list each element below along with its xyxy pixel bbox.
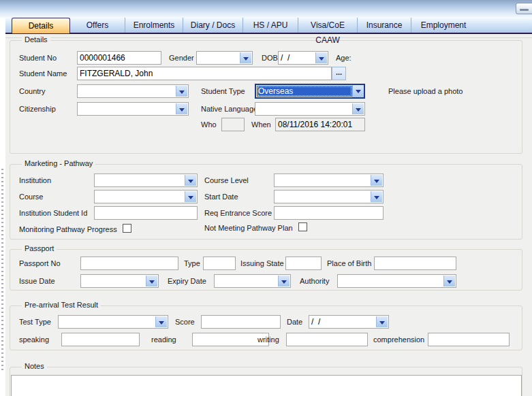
speaking-label: speaking <box>19 335 49 344</box>
req-entrance-score-label: Req Entrance Score <box>204 209 272 217</box>
tab-hs-apu[interactable]: HS / APU <box>242 18 298 33</box>
comprehension-label: comprehension <box>373 335 424 344</box>
student-no-input[interactable] <box>77 51 161 65</box>
issue-date-label: Issue Date <box>19 277 55 285</box>
writing-label: writing <box>257 335 279 344</box>
institution-student-id-label: Institution Student Id <box>19 209 87 217</box>
place-of-birth-input[interactable] <box>374 257 456 270</box>
notes-textarea[interactable] <box>11 375 522 396</box>
issue-date-dropdown[interactable] <box>80 274 159 288</box>
writing-input[interactable] <box>286 333 368 346</box>
chevron-down-icon[interactable] <box>371 191 382 202</box>
who-field <box>221 118 245 131</box>
gender-dropdown[interactable] <box>196 51 253 65</box>
passport-no-input[interactable] <box>80 257 178 270</box>
not-meeting-pathway-plan-checkbox[interactable] <box>298 222 307 231</box>
not-meeting-pathway-plan-label: Not Meeting Pathway Plan <box>204 224 293 232</box>
student-type-dropdown[interactable]: Overseas <box>255 84 365 99</box>
tab-enrolments[interactable]: Enrolments <box>125 18 183 33</box>
age-label: Age: <box>336 54 351 62</box>
start-date-label: Start Date <box>204 193 238 201</box>
speaking-input[interactable] <box>61 333 140 346</box>
pre-arrival-group-title: Pre-arrival Test Result <box>22 301 101 309</box>
gender-label: Gender <box>169 54 194 62</box>
student-type-value: Overseas <box>257 86 352 97</box>
test-type-label: Test Type <box>19 318 51 326</box>
institution-student-id-input[interactable] <box>94 206 198 220</box>
splitter-handle[interactable] <box>1 169 3 373</box>
monitoring-pathway-progress-checkbox[interactable] <box>123 224 131 233</box>
monitoring-pathway-progress-label: Monitoring Pathway Progress <box>19 225 117 233</box>
issuing-state-input[interactable] <box>285 257 322 270</box>
course-level-label: Course Level <box>204 176 249 184</box>
when-label: When <box>251 120 271 129</box>
tab-strip: Details Offers Enrolments Diary / Docs H… <box>5 18 532 33</box>
chevron-down-icon[interactable] <box>155 316 167 327</box>
passport-group-title: Passport <box>22 244 57 252</box>
native-language-dropdown[interactable] <box>255 102 365 116</box>
score-input[interactable] <box>201 315 281 329</box>
place-of-birth-label: Place of Birth <box>327 259 371 267</box>
test-date-value: / / <box>311 317 375 327</box>
test-date-label: Date <box>287 318 302 326</box>
course-dropdown[interactable] <box>94 190 198 203</box>
when-field <box>275 118 365 131</box>
test-type-dropdown[interactable] <box>58 315 168 329</box>
authority-label: Authority <box>300 277 329 285</box>
score-label: Score <box>175 318 195 326</box>
student-name-input[interactable] <box>77 67 332 80</box>
course-level-dropdown[interactable] <box>274 174 384 187</box>
student-details-window: Details Offers Enrolments Diary / Docs H… <box>0 0 532 396</box>
browse-ellipsis-button[interactable]: ... <box>332 67 346 80</box>
issuing-state-label: Issuing State <box>240 259 284 267</box>
chevron-down-icon[interactable] <box>185 191 196 202</box>
dob-label: DOB <box>262 54 278 62</box>
passport-type-label: Type <box>184 259 200 267</box>
chevron-down-icon[interactable] <box>176 86 187 97</box>
citizenship-dropdown[interactable] <box>77 102 189 116</box>
country-label: Country <box>19 87 46 95</box>
comprehension-input[interactable] <box>428 333 510 346</box>
chevron-down-icon[interactable] <box>352 103 364 114</box>
student-name-label: Student Name <box>19 69 67 78</box>
chevron-down-icon[interactable] <box>185 175 196 186</box>
student-no-label: Student No <box>19 54 57 62</box>
start-date-dropdown[interactable] <box>274 190 384 203</box>
minimize-icon[interactable] <box>516 3 532 14</box>
who-label: Who <box>201 120 217 129</box>
chevron-down-icon[interactable] <box>371 175 382 186</box>
country-dropdown[interactable] <box>77 84 189 98</box>
dob-date-dropdown[interactable]: / / <box>278 51 328 65</box>
photo-upload-hint: Please upload a photo <box>388 87 463 95</box>
tab-offers[interactable]: Offers <box>70 18 125 33</box>
req-entrance-score-input[interactable] <box>274 206 384 220</box>
titlebar <box>0 0 532 18</box>
expiry-date-label: Expiry Date <box>168 277 206 285</box>
tab-employment[interactable]: Employment <box>411 18 475 33</box>
chevron-down-icon[interactable] <box>278 276 290 286</box>
test-date-dropdown[interactable]: / / <box>309 315 389 329</box>
tab-insurance[interactable]: Insurance <box>357 18 411 33</box>
chevron-down-icon[interactable] <box>240 52 251 63</box>
passport-type-input[interactable] <box>203 257 236 270</box>
notes-group-title: Notes <box>22 362 47 370</box>
chevron-down-icon[interactable] <box>176 103 187 114</box>
tab-details[interactable]: Details <box>12 18 70 33</box>
course-label: Course <box>19 193 43 201</box>
institution-dropdown[interactable] <box>94 174 198 187</box>
marketing-pathway-group-title: Marketing - Pathway <box>22 159 95 167</box>
student-type-label: Student Type <box>201 87 245 95</box>
chevron-down-icon[interactable] <box>443 276 455 286</box>
citizenship-label: Citizenship <box>19 105 56 113</box>
passport-no-label: Passport No <box>19 259 61 267</box>
chevron-down-icon[interactable] <box>315 52 327 63</box>
dob-value: / / <box>281 53 315 63</box>
authority-dropdown[interactable] <box>337 274 456 288</box>
expiry-date-dropdown[interactable] <box>214 274 291 288</box>
chevron-down-icon[interactable] <box>376 316 388 327</box>
tab-diary-docs[interactable]: Diary / Docs <box>183 18 242 33</box>
chevron-down-icon[interactable] <box>146 276 157 286</box>
native-language-label: Native Language <box>201 105 257 113</box>
chevron-down-icon[interactable] <box>352 85 364 97</box>
tab-visa-coe-caaw[interactable]: Visa/CoE CAAW <box>298 18 357 33</box>
